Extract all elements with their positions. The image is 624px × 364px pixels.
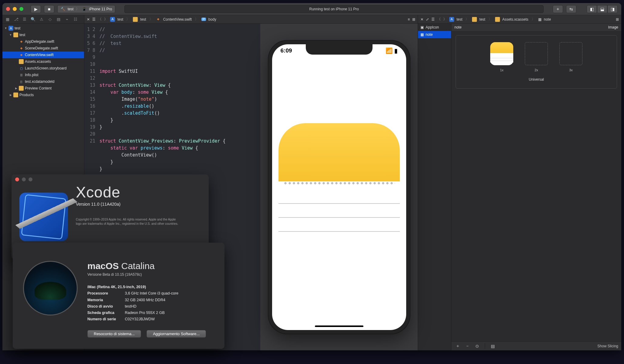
- find-navigator-icon[interactable]: 🔍: [30, 17, 36, 22]
- close-split-icon[interactable]: ✕: [87, 17, 90, 22]
- expand-icon[interactable]: ⤢: [426, 17, 429, 22]
- catalina-wallpaper-icon: [23, 261, 78, 315]
- issue-navigator-icon[interactable]: ⚠: [39, 17, 44, 22]
- file-label: SceneDelegate.swift: [25, 46, 58, 50]
- file-scenedelegate[interactable]: ❖SceneDelegate.swift: [2, 45, 84, 52]
- show-slicing-button[interactable]: Show Slicing: [597, 344, 618, 348]
- appicon-icon: ▣: [420, 25, 424, 29]
- scheme-selector[interactable]: 🔨 test 〉 📱 iPhone 11 Pro: [57, 5, 115, 13]
- outline-view-button[interactable]: ▤: [489, 344, 496, 349]
- folder-test[interactable]: ▼test: [2, 32, 84, 38]
- well-1x[interactable]: 1x: [490, 42, 513, 72]
- close-window-icon[interactable]: [6, 7, 10, 11]
- about-mac-window: macOS Catalina Versione Beta di 10.15 (1…: [13, 243, 224, 349]
- file-label: Preview Content: [25, 86, 52, 90]
- well-2x[interactable]: 2x: [525, 42, 548, 72]
- asset-item-appicon[interactable]: ▣AppIcon: [418, 24, 451, 31]
- asset-catalog-list: ▣AppIcon ▦note: [418, 24, 451, 350]
- system-report-button[interactable]: Resoconto di sistema...: [87, 330, 141, 338]
- forward-icon[interactable]: 〉: [443, 17, 447, 22]
- file-infoplist[interactable]: ☰Info.plist: [2, 72, 84, 78]
- jumpbar-assets-file[interactable]: Assets.xcassets: [502, 17, 528, 22]
- about-mac-version: Versione Beta di 10.15 (19A578c): [87, 272, 206, 277]
- stop-button[interactable]: ■: [44, 5, 54, 13]
- filter-asset-button[interactable]: ⊙: [474, 344, 481, 349]
- swift-icon: ❖: [156, 17, 161, 22]
- source-control-navigator-icon[interactable]: ⎇: [13, 17, 19, 22]
- jumpbar-folder[interactable]: test: [479, 17, 485, 22]
- imageset-icon: ▦: [420, 32, 424, 37]
- xcodeproj-icon: A: [449, 17, 454, 22]
- activity-text: Running test on iPhone 11 Pro: [309, 7, 359, 11]
- report-navigator-icon[interactable]: ☷: [73, 17, 78, 22]
- preview-canvas[interactable]: 6:09 📶 ▮: [260, 24, 418, 350]
- folder-icon: [495, 17, 500, 22]
- project-name: test: [15, 26, 20, 30]
- breakpoint-navigator-icon[interactable]: ⌁: [64, 17, 70, 22]
- file-label: LaunchScreen.storyboard: [25, 66, 66, 70]
- forward-icon[interactable]: 〉: [104, 17, 108, 22]
- scheme-device: iPhone 11 Pro: [89, 7, 112, 11]
- folder-previewcontent[interactable]: ▶Preview Content: [2, 85, 84, 92]
- spec-serial: Numero di serie C02Y32JBJWDW: [87, 316, 206, 322]
- navigator-tabs: ▦ ⎇ ☰ 🔍 ⚠ ◇ ▤ ⌁ ☷: [2, 15, 84, 24]
- home-indicator-icon: [315, 325, 363, 327]
- software-update-button[interactable]: Aggiornamento Software...: [147, 330, 206, 338]
- jumpbar-symbol[interactable]: body: [208, 17, 216, 22]
- jumpbar-editor[interactable]: ✕ ☰ 〈 〉 A test〉 test〉 ❖ ContentView.swif…: [84, 15, 418, 24]
- toggle-debug-button[interactable]: ⬓: [597, 5, 607, 13]
- zoom-window-icon[interactable]: [29, 177, 32, 181]
- file-launchscreen[interactable]: ▢LaunchScreen.storyboard: [2, 65, 84, 72]
- test-navigator-icon[interactable]: ◇: [47, 17, 53, 22]
- asset-name: note: [454, 25, 461, 29]
- panel-toggles: ◧ ⬓ ◨: [587, 5, 618, 13]
- close-split-icon[interactable]: ✕: [420, 17, 423, 22]
- jumpbar-proj[interactable]: test: [457, 17, 462, 22]
- related-items-icon[interactable]: ☰: [92, 17, 96, 22]
- toggle-inspector-button[interactable]: ◨: [607, 5, 618, 13]
- minimize-window-icon[interactable]: [22, 177, 26, 181]
- imageset-box: 1x 2x 3x Uni: [456, 35, 617, 89]
- back-icon[interactable]: 〈: [437, 17, 441, 22]
- preview-note-image: [278, 123, 400, 244]
- note-thumbnail-icon: [490, 42, 513, 65]
- asset-item-note[interactable]: ▦note: [418, 31, 451, 38]
- file-appdelegate[interactable]: ❖AppDelegate.swift: [2, 38, 84, 45]
- spec-gpu: Scheda grafica Radeon Pro 555X 2 GB: [87, 310, 206, 316]
- debug-navigator-icon[interactable]: ▤: [56, 17, 61, 22]
- folder-products[interactable]: ▶Products: [2, 92, 84, 98]
- file-label: Assets.xcassets: [25, 59, 51, 64]
- folder-label: Products: [19, 93, 34, 97]
- back-icon[interactable]: 〈: [98, 17, 102, 22]
- property-icon: P: [201, 18, 206, 21]
- file-contentview[interactable]: ❖ContentView.swift: [2, 52, 84, 58]
- project-root[interactable]: ▼Atest: [2, 25, 84, 32]
- well-3x[interactable]: 3x: [559, 42, 582, 72]
- jumpbar-file[interactable]: ContentView.swift: [163, 17, 192, 22]
- project-navigator-icon[interactable]: ▦: [5, 17, 10, 22]
- asset-footer: ＋ － ⊙ ▤ Show Slicing: [451, 341, 621, 350]
- jumpbar-folder[interactable]: test: [140, 17, 146, 22]
- zoom-window-icon[interactable]: [19, 7, 23, 11]
- toggle-navigator-button[interactable]: ◧: [587, 5, 597, 13]
- jumpbar-proj[interactable]: test: [117, 17, 123, 22]
- add-button[interactable]: ＋: [553, 5, 563, 13]
- file-assets[interactable]: Assets.xcassets: [2, 58, 84, 65]
- folder-icon: [472, 17, 477, 22]
- run-button[interactable]: ▶: [31, 5, 41, 13]
- add-editor-icon[interactable]: ⊞: [616, 17, 619, 22]
- file-label: ContentView.swift: [25, 53, 54, 57]
- minimize-window-icon[interactable]: [13, 7, 17, 11]
- file-datamodel[interactable]: ⌸test.xcdatamodeld: [2, 78, 84, 85]
- editor-options-icon[interactable]: ≡: [408, 17, 410, 22]
- folder-icon: [133, 17, 138, 22]
- jumpbar-asset-item[interactable]: note: [544, 17, 551, 22]
- related-items-icon[interactable]: ☰: [431, 17, 435, 22]
- close-window-icon[interactable]: [15, 177, 19, 181]
- add-asset-button[interactable]: ＋: [454, 343, 461, 349]
- remove-asset-button[interactable]: －: [464, 343, 471, 349]
- symbol-navigator-icon[interactable]: ☰: [22, 17, 27, 22]
- add-editor-icon[interactable]: ⊞: [412, 17, 415, 22]
- code-review-button[interactable]: ⇆: [566, 5, 576, 13]
- jumpbar-assets[interactable]: ✕ ⤢ ☰ 〈 〉 A test〉 test〉 Assets.xcassets〉…: [418, 15, 621, 24]
